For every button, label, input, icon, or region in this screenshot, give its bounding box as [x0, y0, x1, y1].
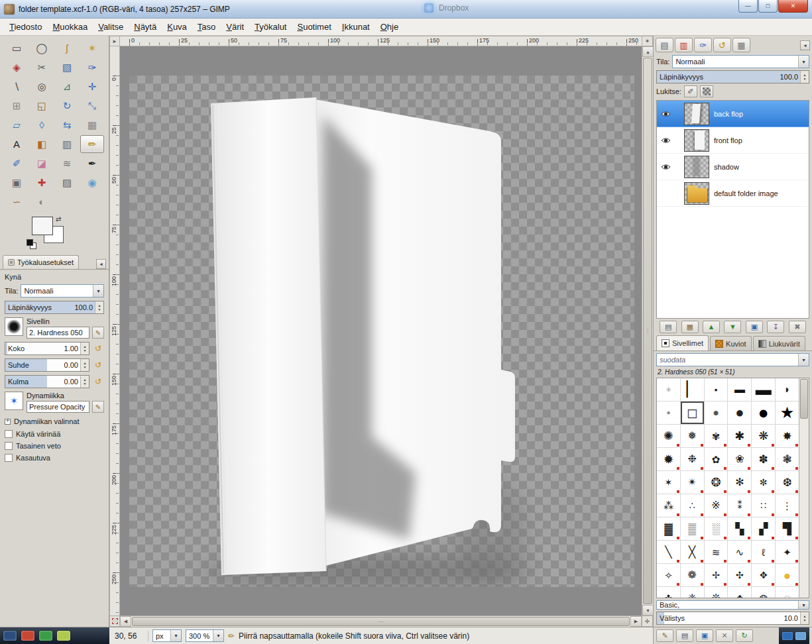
brush-cell[interactable]: ❂: [705, 471, 728, 494]
tab-kuviot[interactable]: Kuviot: [710, 336, 752, 350]
default-colors-icon[interactable]: [27, 239, 36, 248]
brush-cell[interactable]: ✱: [728, 425, 751, 447]
tool-perspective[interactable]: ◊: [30, 116, 54, 134]
refresh-brushes-button[interactable]: ↻: [736, 629, 753, 642]
brush-cell[interactable]: ▞: [752, 517, 775, 540]
edit-dynamics-icon[interactable]: ✎: [92, 401, 104, 413]
tab-sivellimet[interactable]: Sivellimet: [656, 335, 709, 350]
minimize-button[interactable]: —: [738, 0, 758, 13]
brush-cell[interactable]: ●: [728, 402, 751, 424]
brush-cell[interactable]: ✽: [752, 448, 775, 470]
brush-cell[interactable]: ℓ: [752, 541, 775, 563]
tray-icon-1[interactable]: [782, 632, 793, 640]
brush-cell[interactable]: ❋: [752, 425, 775, 447]
quick-mask-toggle[interactable]: [109, 616, 120, 627]
checkbox-tasainen-veto[interactable]: Tasainen veto: [5, 442, 104, 450]
brush-cell[interactable]: ▪: [705, 378, 728, 401]
brush-cell[interactable]: ●: [657, 402, 680, 424]
brush-cell[interactable]: ❅: [681, 425, 704, 447]
zoom-combo[interactable]: 300 %: [186, 629, 224, 642]
brush-cell[interactable]: ✳: [657, 378, 680, 401]
tool-text[interactable]: A: [5, 135, 29, 153]
brush-cell[interactable]: ▓: [657, 517, 680, 540]
brush-cell[interactable]: ❀: [728, 448, 751, 470]
size-spinner[interactable]: [80, 343, 89, 354]
brush-cell[interactable]: ❖: [728, 587, 751, 598]
brush-cell[interactable]: ∴: [681, 494, 704, 517]
menu-taso[interactable]: Taso: [192, 20, 221, 34]
tool-blur-sharpen[interactable]: ◉: [80, 174, 104, 191]
brush-cell[interactable]: ✼: [752, 471, 775, 494]
brush-cell[interactable]: ❈: [681, 587, 704, 598]
paint-mode-combo[interactable]: Normaali: [21, 284, 104, 297]
brush-cell[interactable]: ╲: [657, 541, 680, 563]
reset-size-icon[interactable]: ↺: [92, 343, 104, 354]
tool-scissors-select[interactable]: ✂: [30, 58, 54, 76]
tool-shear[interactable]: ▱: [5, 116, 29, 134]
color-selector[interactable]: ⇄: [27, 215, 109, 251]
layer-opacity-slider[interactable]: Läpinäkyvyys 100.0: [656, 70, 809, 83]
visibility-toggle[interactable]: [659, 180, 672, 206]
spacing-slider[interactable]: Välistys 10.0: [656, 612, 809, 625]
tool-select-by-color[interactable]: ◈: [5, 58, 29, 76]
dock-menu-button[interactable]: ◂: [96, 259, 106, 269]
new-brush-button[interactable]: ▤: [676, 629, 693, 642]
menu-v-rit[interactable]: Värit: [221, 20, 249, 34]
delete-layer-button[interactable]: ✖: [789, 321, 806, 333]
brush-cell[interactable]: ✤: [657, 587, 680, 598]
taskbar-icon-1[interactable]: [3, 631, 17, 641]
tool-pencil[interactable]: ✏: [80, 135, 104, 153]
menu-tiedosto[interactable]: Tiedosto: [4, 20, 47, 34]
tool-paths[interactable]: ✑: [80, 58, 104, 76]
reset-aspect-icon[interactable]: ↺: [92, 359, 104, 371]
dynamics-preview-button[interactable]: ✶: [5, 392, 23, 410]
canvas-image[interactable]: [129, 76, 634, 587]
tray-icon-2[interactable]: [795, 632, 806, 640]
brush-cell[interactable]: ※: [705, 494, 728, 517]
scroll-left-icon[interactable]: ◀: [120, 616, 131, 627]
brush-scrollbar[interactable]: [799, 378, 809, 598]
brush-cell[interactable]: ✣: [728, 564, 751, 586]
edit-brush-button[interactable]: ✎: [656, 629, 673, 642]
lock-alpha-toggle[interactable]: [700, 85, 713, 97]
dialog-tab-channels[interactable]: ▥: [675, 38, 693, 52]
tab-liukuv-rit[interactable]: Liukuvärit: [753, 336, 805, 350]
brush-cell[interactable]: ●: [705, 402, 728, 424]
brush-cell[interactable]: ❃: [776, 448, 799, 470]
canvas-hscrollbar[interactable]: ◀ ⋯ ▶: [120, 616, 642, 627]
edit-brush-icon[interactable]: ✎: [92, 327, 104, 339]
tool-smudge[interactable]: ∽: [5, 193, 29, 211]
size-slider[interactable]: Koko 1.00: [5, 342, 89, 355]
reset-angle-icon[interactable]: ↺: [92, 376, 104, 388]
scroll-down-icon[interactable]: ▼: [642, 605, 654, 616]
canvas-corner-button[interactable]: ✶: [642, 36, 653, 46]
tool-airbrush[interactable]: ≋: [55, 154, 79, 172]
foreground-color-swatch[interactable]: [32, 217, 53, 235]
tool-ink[interactable]: ✒: [80, 154, 104, 172]
vertical-ruler[interactable]: 0255075100125150175200225250: [109, 46, 120, 616]
checkbox-kasautuva[interactable]: Kasautuva: [5, 454, 104, 462]
brush-cell[interactable]: ◻: [681, 402, 704, 424]
brush-cell[interactable]: ◍: [752, 587, 775, 598]
brush-cell[interactable]: ❁: [681, 564, 704, 586]
brush-cell[interactable]: ●: [752, 402, 775, 424]
dock-corner-button[interactable]: ◂: [800, 40, 810, 50]
brush-cell[interactable]: ╳: [681, 541, 704, 563]
brush-cell[interactable]: ✥: [752, 564, 775, 586]
tool-scale[interactable]: ⤡: [80, 97, 104, 115]
brush-cell[interactable]: ✢: [705, 564, 728, 586]
menu-ohje[interactable]: Ohje: [375, 20, 404, 34]
tool-perspective-clone[interactable]: ▨: [55, 174, 79, 191]
canvas-viewport[interactable]: [120, 46, 642, 616]
ruler-corner-button[interactable]: ▸: [109, 36, 120, 46]
tool-foreground-select[interactable]: ▧: [55, 58, 79, 76]
brush-name-entry[interactable]: 2. Hardness 050: [27, 327, 89, 339]
dynamics-name-entry[interactable]: Pressure Opacity: [27, 401, 89, 413]
tool-color-picker[interactable]: ∖: [5, 78, 29, 95]
brush-preset-combo[interactable]: Basic,: [656, 600, 809, 610]
brush-cell[interactable]: ✻: [728, 471, 751, 494]
anchor-layer-button[interactable]: ↧: [767, 321, 784, 333]
menu-suotimet[interactable]: Suotimet: [292, 20, 336, 34]
visibility-toggle[interactable]: [659, 101, 672, 127]
brush-cell[interactable]: ▚: [728, 517, 751, 540]
